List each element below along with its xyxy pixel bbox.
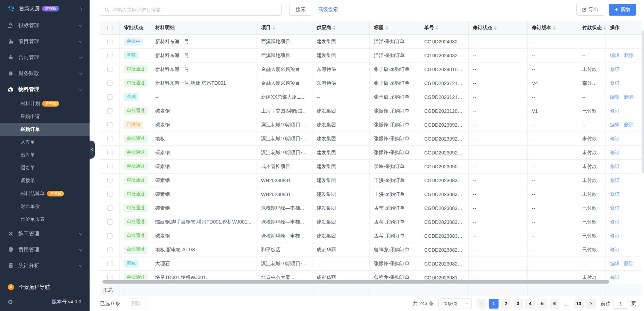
page-button-3[interactable]: 3 [513, 299, 523, 309]
sidebar-item-panorama-nav[interactable]: 全景流程导航 [0, 279, 90, 295]
pagination-ellipsis[interactable]: ... [562, 299, 571, 309]
sidebar-item-project[interactable]: 项目管理 [0, 33, 90, 49]
column-header-revision-version[interactable]: 修订版本 [528, 21, 578, 34]
prev-page-button[interactable] [477, 299, 486, 309]
sidebar-item-material-plan[interactable]: 材料计划专业版 [0, 97, 90, 110]
sort-icon[interactable] [333, 26, 336, 30]
column-header-order-number[interactable]: 单号 [420, 21, 469, 34]
row-checkbox-cell [100, 201, 120, 215]
action-revise-link[interactable]: 修订 [610, 66, 620, 73]
row-checkbox[interactable] [107, 192, 112, 197]
row-checkbox[interactable] [107, 178, 112, 183]
row-checkbox[interactable] [107, 108, 112, 114]
sidebar-item-price-compare[interactable]: 对比单价 [0, 200, 90, 213]
svg-text:¥: ¥ [10, 249, 12, 251]
column-header-project[interactable]: 项目 [257, 21, 312, 34]
next-page-button[interactable] [586, 299, 596, 309]
sort-icon[interactable] [553, 26, 556, 30]
action-delete-link[interactable]: 删除 [624, 261, 634, 267]
sidebar-item-construction[interactable]: 施工管理 [0, 226, 90, 242]
action-revise-link[interactable]: 修订 [610, 205, 620, 211]
row-checkbox[interactable] [107, 275, 112, 279]
sort-icon[interactable] [436, 26, 438, 30]
action-edit-link[interactable]: 编辑 [610, 261, 620, 267]
action-revise-link[interactable]: 修订 [610, 247, 620, 253]
search-button[interactable]: 搜索 [289, 4, 312, 16]
row-checkbox[interactable] [107, 247, 112, 252]
page-size-select[interactable]: 20条/页 [438, 299, 472, 309]
advanced-search-link[interactable]: 高级搜索 [318, 7, 338, 13]
row-checkbox[interactable] [107, 122, 112, 127]
sort-icon[interactable] [603, 26, 606, 30]
sidebar-item-contract[interactable]: 合同管理 [0, 49, 90, 65]
sidebar-item-return-order[interactable]: 退货单 [0, 161, 90, 174]
sidebar-item-material-settlement[interactable]: 材料结算单专业版 [0, 187, 90, 200]
column-header-supplier[interactable]: 供应商 [312, 21, 370, 34]
page-button-13[interactable]: 13 [574, 299, 584, 309]
column-header-revision-status[interactable]: 修订状态 [469, 21, 528, 34]
action-revise-link[interactable]: 修订 [610, 275, 620, 280]
row-checkbox[interactable] [107, 219, 112, 225]
sidebar-item-inbound-order[interactable]: 入库单 [0, 136, 90, 149]
row-checkbox[interactable] [107, 67, 112, 72]
row-checkbox[interactable] [107, 53, 112, 58]
sidebar-item-finance[interactable]: ¥财务账款 [0, 65, 90, 81]
sidebar-item-bidding[interactable]: 投标管理 [0, 17, 90, 33]
cell-payment: 已付款 [578, 229, 606, 243]
action-revise-link[interactable]: 修订 [610, 219, 620, 225]
page-button-1[interactable]: 1 [489, 299, 499, 309]
sidebar-item-material[interactable]: 物料管理 [0, 81, 90, 97]
action-edit-link[interactable]: 编辑 [610, 52, 620, 59]
row-checkbox[interactable] [107, 150, 112, 155]
row-checkbox[interactable] [107, 164, 112, 169]
row-checkbox[interactable] [107, 94, 112, 100]
action-revise-link[interactable]: 修订 [610, 177, 620, 184]
select-all-checkbox[interactable] [107, 25, 112, 30]
action-revise-link[interactable]: 修订 [610, 136, 620, 142]
sidebar-item-outbound-order[interactable]: 出库单 [0, 149, 90, 161]
page-button-6[interactable]: 6 [550, 299, 559, 309]
sidebar-item-statistics[interactable]: 统计分析 [0, 258, 90, 274]
sidebar-item-expense[interactable]: ¥费用管理 [0, 242, 90, 258]
row-checkbox[interactable] [107, 261, 112, 266]
sort-icon[interactable] [273, 26, 275, 30]
vertical-scrollbar[interactable] [642, 31, 644, 174]
search-input[interactable] [112, 7, 277, 12]
horizontal-scrollbar[interactable] [102, 280, 609, 284]
sidebar-item-transfer-order[interactable]: 调拨单 [0, 174, 90, 187]
sidebar-item-smart-screen[interactable]: 智慧大屏 旗舰版 [0, 0, 90, 17]
action-edit-link[interactable]: 编辑 [610, 122, 620, 128]
action-revise-link[interactable]: 修订 [610, 80, 620, 86]
row-checkbox[interactable] [107, 233, 112, 238]
row-checkbox[interactable] [107, 205, 112, 211]
action-revise-link[interactable]: 修订 [610, 108, 620, 114]
action-revise-link[interactable]: 修订 [610, 191, 620, 197]
sidebar-item-purchase-order[interactable]: 采购订单 [0, 123, 90, 136]
cell-revision_status: -- [469, 76, 528, 90]
page-button-2[interactable]: 2 [501, 299, 511, 309]
add-button[interactable]: + 新增 [609, 4, 636, 16]
action-edit-link[interactable]: 编辑 [610, 94, 620, 100]
page-button-5[interactable]: 5 [537, 299, 547, 309]
page-button-4[interactable]: 4 [525, 299, 535, 309]
row-checkbox[interactable] [107, 136, 112, 141]
action-delete-link[interactable]: 删除 [624, 122, 634, 128]
row-checkbox[interactable] [107, 81, 112, 86]
column-header-title[interactable]: 标题 [370, 21, 420, 34]
action-revise-link[interactable]: 修订 [610, 233, 620, 239]
sort-icon[interactable] [385, 26, 388, 30]
action-delete-link[interactable]: 删除 [624, 52, 634, 59]
action-revise-link[interactable]: 修订 [610, 150, 620, 156]
sidebar-item-purchase-request[interactable]: 采购申请 [0, 110, 90, 123]
action-revise-link[interactable]: 修订 [610, 163, 620, 170]
action-delete-link[interactable]: 删除 [624, 94, 634, 100]
row-checkbox[interactable] [107, 39, 112, 44]
gear-icon[interactable]: ⚙ [8, 299, 13, 305]
export-button[interactable]: 导出 [576, 4, 604, 16]
sidebar-item-price-compare-report[interactable]: 比价单报表 [0, 213, 90, 226]
sort-icon[interactable] [494, 26, 497, 30]
column-header-payment-status[interactable]: 付款状态 [578, 21, 606, 34]
goto-page-input[interactable] [613, 299, 628, 309]
sidebar-collapse-handle[interactable] [90, 141, 95, 159]
delete-button[interactable]: 删除 [126, 299, 147, 309]
